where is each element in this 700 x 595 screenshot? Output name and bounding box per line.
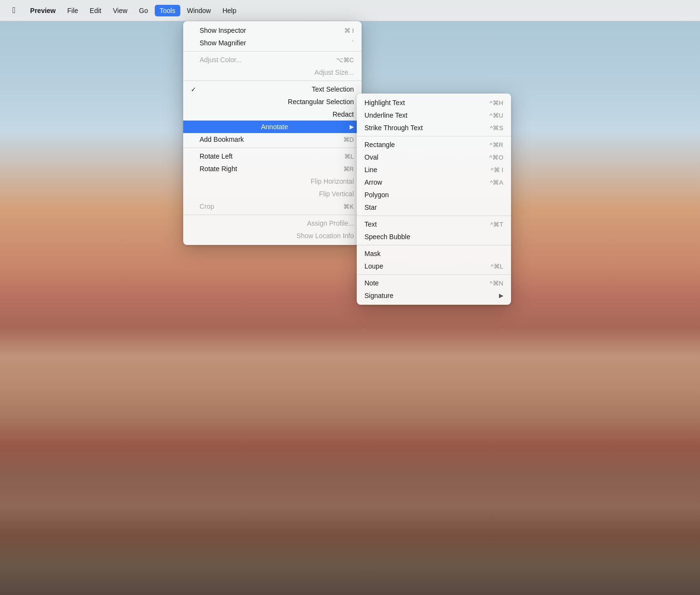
menu-item-arrow[interactable]: Arrow ^⌘A: [357, 176, 511, 189]
checkmark-placeholder14: [191, 220, 199, 227]
menu-item-speech-bubble[interactable]: Speech Bubble: [357, 230, 511, 243]
checkmark-placeholder8: [191, 136, 199, 143]
text-shortcut: ^⌘T: [490, 221, 503, 228]
checkmark-placeholder7: [191, 123, 199, 131]
menu-item-show-magnifier[interactable]: Show Magnifier `: [183, 37, 362, 49]
menu-item-show-inspector[interactable]: Show Inspector ⌘ I: [183, 24, 362, 37]
menu-item-assign-profile: Assign Profile...: [183, 217, 362, 230]
mask-label: Mask: [364, 250, 380, 257]
annotate-separator-1: [357, 136, 511, 136]
menu-item-signature[interactable]: Signature ▶: [357, 289, 511, 302]
crop-label: Crop: [200, 203, 214, 210]
signature-label: Signature: [364, 292, 393, 299]
menubar-item-tools[interactable]: Tools: [155, 5, 180, 16]
arrow-shortcut: ^⌘A: [490, 179, 503, 186]
rotate-left-shortcut: ⌘L: [344, 153, 354, 160]
menu-item-loupe[interactable]: Loupe ^⌘L: [357, 260, 511, 272]
checkmark-placeholder15: [191, 232, 199, 240]
loupe-label: Loupe: [364, 262, 383, 270]
menu-item-adjust-size: Adjust Size...: [183, 66, 362, 79]
adjust-size-label: Adjust Size...: [314, 68, 354, 76]
menu-item-annotate[interactable]: Annotate ▶: [183, 121, 362, 133]
menu-item-polygon[interactable]: Polygon: [357, 189, 511, 201]
text-selection-label: Text Selection: [312, 85, 354, 93]
line-shortcut: ^⌘ I: [491, 166, 503, 174]
menu-item-star[interactable]: Star: [357, 201, 511, 214]
menu-item-highlight-text[interactable]: Highlight Text ^⌘H: [357, 96, 511, 109]
strike-through-text-label: Strike Through Text: [364, 124, 423, 132]
show-inspector-label: Show Inspector: [200, 27, 246, 34]
annotate-separator-2: [357, 216, 511, 216]
menu-item-oval[interactable]: Oval ^⌘O: [357, 151, 511, 163]
strike-through-text-shortcut: ^⌘S: [490, 124, 503, 132]
star-label: Star: [364, 203, 377, 211]
checkmark-placeholder10: [191, 165, 199, 173]
note-label: Note: [364, 279, 379, 287]
crop-shortcut: ⌘K: [343, 203, 354, 210]
checkmark-placeholder11: [191, 178, 199, 185]
annotate-separator-3: [357, 245, 511, 245]
separator-2: [183, 81, 362, 81]
menu-item-text[interactable]: Text ^⌘T: [357, 218, 511, 230]
checkmark-placeholder2: [191, 40, 199, 47]
checkmark-placeholder3: [191, 56, 199, 64]
menu-item-note[interactable]: Note ^⌘N: [357, 277, 511, 289]
flip-vertical-label: Flip Vertical: [319, 190, 354, 198]
rectangle-label: Rectangle: [364, 141, 395, 149]
checkmark-placeholder6: [191, 111, 199, 118]
menu-item-underline-text[interactable]: Underline Text ^⌘U: [357, 109, 511, 122]
show-inspector-shortcut: ⌘ I: [344, 27, 354, 34]
menubar-item-file[interactable]: File: [63, 5, 83, 16]
menu-item-strike-through-text[interactable]: Strike Through Text ^⌘S: [357, 122, 511, 134]
apple-menu[interactable]: : [8, 3, 21, 17]
menubar-item-go[interactable]: Go: [134, 5, 153, 16]
show-location-info-label: Show Location Info: [296, 232, 354, 240]
add-bookmark-label: Add Bookmark: [200, 135, 244, 143]
show-magnifier-label: Show Magnifier: [200, 39, 246, 47]
assign-profile-label: Assign Profile...: [307, 219, 354, 227]
menubar-item-preview[interactable]: Preview: [26, 5, 61, 16]
rotate-right-shortcut: ⌘R: [343, 165, 354, 173]
menubar-item-edit[interactable]: Edit: [85, 5, 106, 16]
text-label: Text: [364, 220, 377, 228]
menu-item-redact[interactable]: Redact: [183, 108, 362, 121]
underline-text-shortcut: ^⌘U: [490, 112, 504, 119]
checkmark-placeholder13: [191, 203, 199, 210]
annotate-label: Annotate: [261, 123, 288, 131]
menubar-item-help[interactable]: Help: [217, 5, 241, 16]
menu-item-line[interactable]: Line ^⌘ I: [357, 163, 511, 176]
rotate-left-label: Rotate Left: [200, 152, 233, 160]
menu-item-flip-vertical: Flip Vertical: [183, 188, 362, 200]
checkmark-placeholder12: [191, 190, 199, 198]
arrow-label: Arrow: [364, 178, 382, 186]
checkmark-placeholder5: [191, 98, 199, 106]
menu-item-text-selection[interactable]: ✓ Text Selection: [183, 83, 362, 95]
polygon-label: Polygon: [364, 191, 389, 199]
separator-4: [183, 215, 362, 215]
add-bookmark-shortcut: ⌘D: [343, 136, 354, 143]
adjust-color-label: Adjust Color...: [200, 56, 242, 64]
annotate-submenu: Highlight Text ^⌘H Underline Text ^⌘U St…: [357, 94, 511, 305]
menubar-item-view[interactable]: View: [108, 5, 132, 16]
menu-item-mask[interactable]: Mask: [357, 247, 511, 260]
menu-item-rotate-left[interactable]: Rotate Left ⌘L: [183, 150, 362, 162]
separator-3: [183, 148, 362, 148]
tools-dropdown-menu: Show Inspector ⌘ I Show Magnifier ` Adju…: [183, 21, 362, 245]
menu-item-rectangle[interactable]: Rectangle ^⌘R: [357, 138, 511, 151]
highlight-text-label: Highlight Text: [364, 99, 405, 107]
redact-label: Redact: [333, 110, 354, 118]
flip-horizontal-label: Flip Horizontal: [311, 177, 354, 185]
menu-item-add-bookmark[interactable]: Add Bookmark ⌘D: [183, 133, 362, 146]
menubar-item-window[interactable]: Window: [182, 5, 216, 16]
menu-item-rotate-right[interactable]: Rotate Right ⌘R: [183, 162, 362, 175]
oval-label: Oval: [364, 153, 378, 161]
highlight-text-shortcut: ^⌘H: [490, 99, 504, 107]
oval-shortcut: ^⌘O: [489, 154, 503, 161]
rectangle-shortcut: ^⌘R: [490, 141, 504, 149]
adjust-color-shortcut: ⌥⌘C: [336, 56, 354, 64]
menu-item-rectangular-selection[interactable]: Rectangular Selection: [183, 95, 362, 108]
note-shortcut: ^⌘N: [490, 280, 504, 287]
speech-bubble-label: Speech Bubble: [364, 233, 410, 241]
loupe-shortcut: ^⌘L: [491, 263, 503, 270]
menubar:  Preview File Edit View Go Tools Window…: [0, 0, 700, 21]
